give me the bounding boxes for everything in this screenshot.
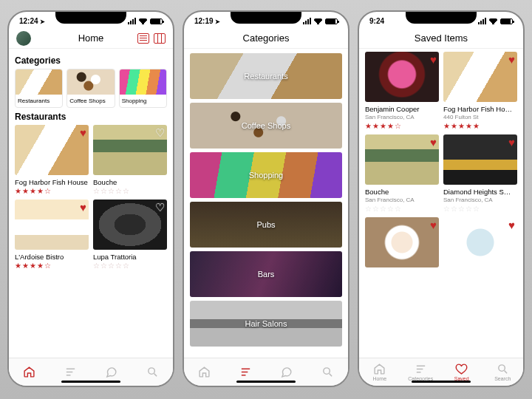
phone-categories: 12:19➤ Categories Restaurants Coffee Sho… [183, 10, 349, 387]
category-label: Bars [258, 270, 275, 279]
tab-home[interactable]: Home [359, 358, 400, 386]
listing-card[interactable]: ♡Bouche☆☆☆☆☆ [93, 125, 167, 195]
home-indicator[interactable] [412, 381, 471, 383]
rating-stars: ☆☆☆☆☆ [93, 262, 167, 270]
rating-stars: ★★★★★ [443, 122, 517, 130]
home-indicator[interactable] [236, 381, 296, 383]
saved-card[interactable]: ♥Diamond Heights S…San Francisco, CA☆☆☆☆… [443, 134, 517, 213]
listing-card[interactable]: ♥L'Ardoise Bistro★★★★☆ [15, 200, 89, 270]
signal-icon [128, 18, 136, 24]
rating-stars: ★★★★☆ [15, 187, 89, 195]
section-categories: Categories [15, 55, 167, 66]
saved-card[interactable]: ♥ [365, 217, 439, 267]
content[interactable]: Categories Restaurants Coffee Shops Shop… [9, 49, 173, 358]
category-label: Restaurants [16, 95, 62, 107]
listing-sub: 440 Fulton St [443, 114, 517, 120]
rating-stars: ★★★★☆ [15, 262, 89, 270]
category-label: Pubs [256, 220, 275, 229]
map-view-icon[interactable] [154, 33, 166, 44]
svg-point-2 [499, 365, 505, 372]
phone-home: 12:24➤ Home Categories Restaurants Coffe… [7, 10, 174, 387]
tab-label: Search [494, 376, 511, 381]
listing-name: Bouche [93, 178, 167, 186]
category-band[interactable]: Shopping [190, 152, 342, 198]
listing-name: Fog Harbor Fish Ho… [443, 105, 517, 113]
svg-point-1 [324, 368, 330, 375]
listing-name: Benjamin Cooper [365, 105, 439, 113]
category-band[interactable]: Restaurants [190, 53, 342, 99]
notch [406, 12, 477, 24]
category-label: Coffee Shops [67, 95, 114, 107]
rating-stars: ☆☆☆☆☆ [93, 187, 167, 195]
heart-icon[interactable]: ♡ [155, 127, 165, 138]
tab-home[interactable] [184, 358, 225, 386]
header: Categories [184, 28, 348, 49]
heart-icon[interactable]: ♥ [430, 219, 437, 231]
saved-card[interactable]: ♥ [443, 217, 517, 267]
home-indicator[interactable] [61, 381, 120, 383]
heart-icon[interactable]: ♡ [155, 202, 165, 213]
category-card[interactable]: Shopping [119, 69, 167, 108]
listing-name: Diamond Heights S… [443, 188, 517, 196]
heart-icon[interactable]: ♥ [80, 127, 86, 138]
category-label: Shopping [249, 171, 284, 180]
clock: 12:19 [194, 17, 214, 25]
wifi-icon [314, 18, 322, 24]
page-title: Categories [243, 33, 290, 44]
clock: 12:24 [19, 17, 38, 25]
avatar[interactable] [16, 31, 31, 46]
listing-name: L'Ardoise Bistro [15, 253, 89, 261]
location-icon: ➤ [215, 18, 220, 25]
category-band[interactable]: Pubs [190, 202, 342, 248]
signal-icon [478, 18, 486, 24]
battery-icon [500, 18, 513, 24]
rating-stars: ☆☆☆☆☆ [443, 205, 517, 213]
listing-card[interactable]: ♡Lupa Trattoria☆☆☆☆☆ [93, 200, 167, 270]
category-label: Hair Salons [245, 319, 287, 328]
category-label: Restaurants [244, 72, 287, 81]
category-label: Coffee Shops [242, 121, 290, 130]
heart-icon[interactable]: ♥ [508, 137, 515, 148]
category-band[interactable]: Coffee Shops [190, 103, 342, 149]
phone-saved: 9:24 Saved Items ♥Benjamin CooperSan Fra… [358, 10, 525, 387]
tab-search[interactable] [132, 358, 174, 386]
content[interactable]: ♥Benjamin CooperSan Francisco, CA★★★★☆ ♥… [359, 49, 523, 358]
saved-card[interactable]: ♥Fog Harbor Fish Ho…440 Fulton St★★★★★ [443, 52, 517, 130]
category-label: Shopping [120, 95, 166, 107]
listing-card[interactable]: ♥Fog Harbor Fish House★★★★☆ [15, 125, 89, 195]
listing-name: Fog Harbor Fish House [15, 178, 89, 186]
notch [231, 12, 301, 24]
notch [55, 12, 126, 24]
wifi-icon [489, 18, 497, 24]
listing-name: Lupa Trattoria [93, 253, 167, 261]
heart-icon[interactable]: ♥ [508, 219, 515, 231]
saved-card[interactable]: ♥BoucheSan Francisco, CA☆☆☆☆☆ [365, 134, 439, 213]
heart-icon[interactable]: ♥ [80, 202, 86, 213]
listing-sub: San Francisco, CA [443, 197, 517, 203]
page-title: Saved Items [415, 33, 468, 44]
section-restaurants: Restaurants [15, 112, 167, 122]
tab-home[interactable] [9, 358, 50, 386]
header: Saved Items [359, 28, 523, 49]
signal-icon [303, 18, 311, 24]
heart-icon[interactable]: ♥ [508, 54, 515, 65]
heart-icon[interactable]: ♥ [430, 54, 437, 65]
category-card[interactable]: Coffee Shops [66, 69, 115, 108]
tab-search[interactable]: Search [482, 358, 524, 386]
rating-stars: ★★★★☆ [365, 122, 439, 130]
category-card[interactable]: Restaurants [15, 69, 63, 108]
battery-icon [325, 18, 338, 24]
category-band[interactable]: Hair Salons [190, 301, 342, 347]
header: Home [9, 28, 173, 49]
saved-card[interactable]: ♥Benjamin CooperSan Francisco, CA★★★★☆ [365, 52, 439, 130]
heart-icon[interactable]: ♥ [430, 137, 437, 148]
svg-point-0 [149, 368, 155, 375]
tab-search[interactable] [307, 358, 349, 386]
tab-label: Home [372, 376, 386, 381]
rating-stars: ☆☆☆☆☆ [365, 205, 439, 213]
page-title: Home [78, 33, 104, 44]
category-band[interactable]: Bars [190, 251, 342, 297]
clock: 9:24 [369, 17, 384, 25]
content[interactable]: Restaurants Coffee Shops Shopping Pubs B… [184, 49, 348, 358]
list-view-icon[interactable] [137, 33, 149, 44]
